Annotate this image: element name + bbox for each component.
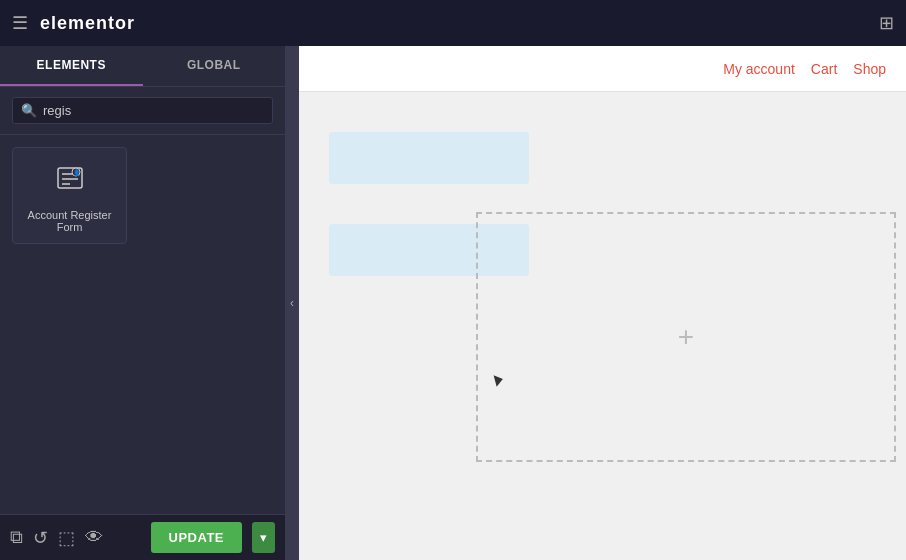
widgets-area: 👤 Account Register Form xyxy=(0,135,285,514)
top-bar-left: ☰ elementor xyxy=(12,12,135,34)
nav-cart[interactable]: Cart xyxy=(811,61,837,77)
tab-elements[interactable]: ELEMENTS xyxy=(0,46,143,86)
update-button[interactable]: UPDATE xyxy=(151,522,242,553)
widget-account-register-form-icon: 👤 xyxy=(54,162,86,201)
grid-icon[interactable]: ⊞ xyxy=(879,12,894,34)
tab-global[interactable]: GLOBAL xyxy=(143,46,286,86)
top-bar: ☰ elementor ⊞ xyxy=(0,0,906,46)
nav-shop[interactable]: Shop xyxy=(853,61,886,77)
eye-icon[interactable]: 👁 xyxy=(85,527,103,548)
search-bar: 🔍 xyxy=(0,87,285,135)
widget-account-register-form[interactable]: 👤 Account Register Form xyxy=(12,147,127,244)
add-widget-icon[interactable]: + xyxy=(678,321,694,353)
update-arrow-button[interactable]: ▾ xyxy=(252,522,275,553)
history-icon[interactable]: ↺ xyxy=(33,527,48,549)
responsive-icon[interactable]: ⬚ xyxy=(58,527,75,549)
canvas-nav: My account Cart Shop xyxy=(299,46,906,92)
widget-account-register-form-label: Account Register Form xyxy=(21,209,118,233)
sidebar-bottom: ⧉ ↺ ⬚ 👁 UPDATE ▾ xyxy=(0,514,285,560)
canvas: My account Cart Shop + xyxy=(299,46,906,560)
placeholder-block-1 xyxy=(329,132,529,184)
nav-my-account[interactable]: My account xyxy=(723,61,795,77)
sidebar-tabs: ELEMENTS GLOBAL xyxy=(0,46,285,87)
widget-grid: 👤 Account Register Form xyxy=(12,147,273,244)
app-title: elementor xyxy=(40,13,135,34)
main-layout: ELEMENTS GLOBAL 🔍 xyxy=(0,46,906,560)
svg-text:👤: 👤 xyxy=(73,169,81,177)
drop-zone[interactable]: + xyxy=(476,212,896,462)
search-input[interactable] xyxy=(43,103,264,118)
hamburger-icon[interactable]: ☰ xyxy=(12,12,28,34)
layers-icon[interactable]: ⧉ xyxy=(10,527,23,548)
search-icon: 🔍 xyxy=(21,103,37,118)
collapse-handle[interactable]: ‹ xyxy=(285,46,299,560)
sidebar: ELEMENTS GLOBAL 🔍 xyxy=(0,46,285,560)
canvas-content: + xyxy=(299,92,906,560)
search-wrapper: 🔍 xyxy=(12,97,273,124)
